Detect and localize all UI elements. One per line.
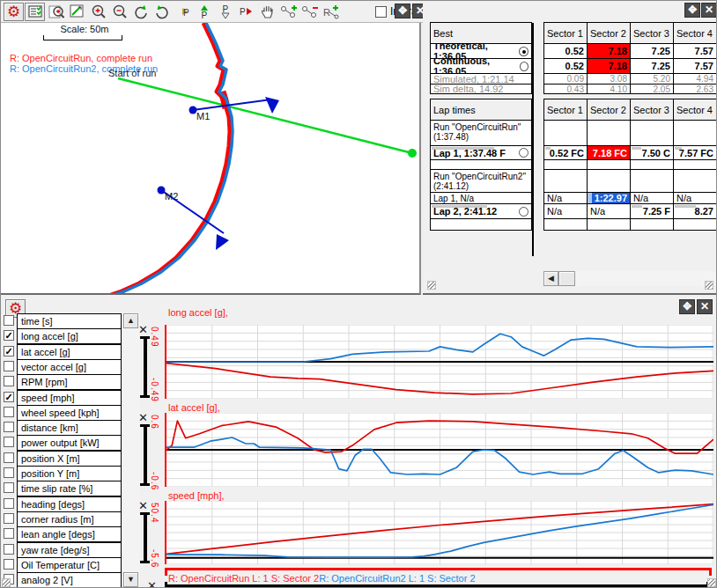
channel-label[interactable]: analog 2 [V] [17, 572, 122, 588]
marker-up-icon[interactable]: P [194, 3, 214, 21]
channel-label[interactable]: speed [mph] [17, 390, 122, 406]
channel-label[interactable]: Oil Temperatur [C] [17, 557, 122, 573]
best-title: Best [430, 22, 532, 44]
graph-close-button[interactable]: ✕ [697, 299, 713, 314]
marker-down-icon[interactable]: P [215, 3, 235, 21]
lap-row-label[interactable] [430, 218, 532, 231]
channel-checkbox[interactable] [4, 315, 14, 326]
channel-checkbox[interactable] [4, 376, 14, 386]
chart-plot-1[interactable] [165, 325, 712, 399]
lap-row-label[interactable]: Run "OpenCircuitRun"(1:37.48) [430, 120, 532, 146]
laps-close-button[interactable]: ✕ [701, 3, 717, 18]
y-range-slider[interactable] [140, 424, 150, 486]
y-min-label: -0.49 [150, 378, 159, 402]
channel-checkbox[interactable] [4, 559, 14, 570]
channel-label[interactable]: vector accel [g] [17, 359, 122, 375]
channel-label[interactable]: lat accel [g] [17, 344, 122, 360]
settings-icon[interactable]: ⚙ [4, 3, 24, 21]
channel-label[interactable]: distance [km] [17, 420, 122, 436]
channel-checkbox[interactable] [4, 452, 14, 463]
y-scale-close-icon[interactable]: ✕ [138, 323, 148, 336]
y-scale-close-icon[interactable]: ✕ [138, 411, 148, 424]
laps-resize-grip-left[interactable] [427, 281, 436, 290]
best-radio[interactable] [520, 62, 529, 71]
lap-value-cell [673, 218, 717, 231]
zoom-out-icon[interactable] [109, 3, 129, 21]
zoom-window-icon[interactable] [46, 3, 66, 21]
channel-checkbox[interactable] [4, 513, 14, 524]
channel-label[interactable]: power output [kW] [17, 435, 122, 451]
channel-checkbox[interactable] [4, 467, 14, 478]
add-reference-icon[interactable]: R [321, 3, 341, 21]
channel-label[interactable]: heading [degs] [17, 496, 122, 512]
rotate-ccw-icon[interactable] [152, 3, 172, 21]
best-row-label[interactable]: Theoretical, 1:36.05 [430, 43, 532, 59]
prev-marker-icon[interactable]: P [173, 3, 193, 21]
chart-plot-2[interactable] [165, 413, 712, 487]
channel-checkbox[interactable] [4, 528, 14, 539]
y-scale-close-icon[interactable]: ✕ [138, 499, 148, 512]
lap-row-label[interactable]: Run "OpenCircuitRun2"(2:41.12) [430, 169, 532, 193]
channel-checkbox[interactable]: ✓ [4, 346, 14, 356]
remove-marker-icon[interactable] [299, 3, 320, 21]
x-scale-close-icon[interactable]: ✕ [147, 579, 157, 588]
channel-checkbox[interactable] [4, 437, 14, 447]
x-range-slider[interactable] [165, 582, 709, 588]
best-row-label[interactable]: Sim delta, 14.92 [430, 84, 532, 94]
graph-move-button[interactable]: ✥ [679, 299, 695, 314]
best-value-cell: 2.05 [630, 84, 674, 94]
track-map-canvas[interactable]: Scale: 50m R: OpenCircuitRun, complete r… [1, 23, 419, 293]
lap-radio[interactable] [519, 148, 529, 158]
y-range-slider[interactable] [140, 512, 150, 563]
channel-row: ✓long accel [g] [1, 328, 122, 344]
channel-label[interactable]: time slip rate [%] [17, 481, 122, 496]
interactive-checkbox[interactable] [375, 6, 387, 18]
channel-checkbox[interactable] [4, 544, 14, 555]
channel-checkbox[interactable] [4, 482, 14, 493]
channel-checkbox[interactable] [4, 422, 14, 432]
scroll-left-icon[interactable]: ◀ [543, 271, 558, 286]
laps-hscrollbar[interactable]: ◀ [543, 271, 716, 286]
column-divider[interactable] [532, 23, 534, 256]
channel-checkbox[interactable] [4, 498, 14, 509]
chart-plot-3[interactable] [165, 501, 712, 564]
lap-row-label[interactable]: Lap 1, N/a [430, 192, 532, 204]
sector-header: Sector 4 [673, 22, 717, 44]
channel-checkbox[interactable] [4, 361, 14, 371]
lap-row-label[interactable]: Lap 1, 1:37.48 F [430, 145, 532, 160]
channel-checkbox[interactable]: ✓ [4, 330, 14, 341]
zoom-in-icon[interactable] [88, 3, 108, 21]
rotate-cw-icon[interactable] [130, 3, 151, 21]
channel-label[interactable]: position X [m] [17, 451, 122, 467]
pan-icon[interactable] [257, 3, 277, 21]
chart-title: speed [mph], [168, 490, 225, 501]
channel-checkbox[interactable] [4, 407, 14, 417]
lap-radio[interactable] [519, 207, 529, 217]
next-marker-icon[interactable]: P [236, 3, 256, 21]
channel-label[interactable]: yaw rate [deg/s] [17, 542, 122, 558]
lap-value-cell: N/a [543, 192, 588, 204]
channel-label[interactable]: RPM [rpm] [17, 374, 122, 390]
add-marker-icon[interactable] [278, 3, 299, 21]
laps-resize-grip-right[interactable] [705, 281, 713, 290]
best-radio[interactable] [519, 47, 529, 56]
channel-label[interactable]: long accel [g] [17, 328, 122, 344]
channel-checkbox[interactable]: ✓ [4, 392, 14, 402]
lap-row-label[interactable]: Lap 2, 2:41.12 [430, 203, 532, 219]
laps-scroll-thumb[interactable] [558, 271, 575, 286]
variables-list-icon[interactable] [25, 3, 45, 21]
channel-label[interactable]: wheel speed [kph] [17, 405, 122, 421]
best-row-label[interactable]: Continuous, 1:36.05 [430, 58, 532, 74]
channel-label[interactable]: lean angle [degs] [17, 526, 122, 542]
map-move-button[interactable]: ✥ [395, 4, 410, 18]
graph-resize-grip-right[interactable] [707, 578, 716, 587]
channel-label[interactable]: position Y [m] [17, 466, 122, 481]
y-min-label: -5.6 [150, 549, 159, 568]
plot-options-icon[interactable] [67, 3, 87, 21]
channel-label[interactable]: corner radius [m] [17, 511, 122, 527]
laps-move-button[interactable]: ✥ [684, 3, 700, 18]
scroll-down-icon[interactable]: ▼ [123, 572, 138, 587]
channel-label[interactable]: time [s] [17, 313, 122, 329]
y-range-slider[interactable] [140, 336, 150, 398]
graph-resize-grip-left[interactable] [2, 578, 11, 587]
